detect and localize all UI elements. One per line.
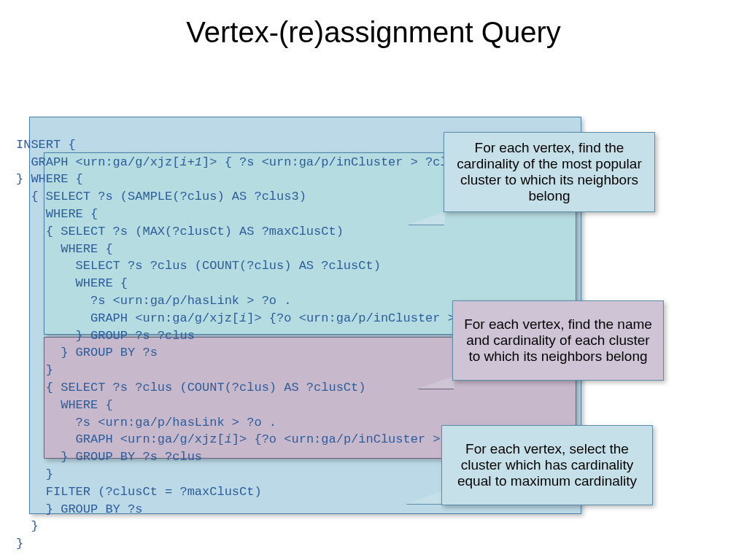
callout-max-cardinality: For each vertex, find the cardinality of… <box>444 132 655 212</box>
callout-tail-icon <box>406 491 443 504</box>
code-line: } <box>16 363 53 377</box>
code-line: WHERE { <box>16 242 113 256</box>
code-line: { SELECT ?s (MAX(?clusCt) AS ?maxClusCt) <box>16 225 344 238</box>
code-line: ?s <urn:ga/p/hasLink > ?o . <box>16 416 276 429</box>
callout-text: For each vertex, find the cardinality of… <box>453 140 646 204</box>
code-line: } GROUP BY ?s <box>16 346 158 359</box>
code-line: } GROUP BY ?s ?clus <box>16 450 202 464</box>
callout-tail-icon <box>409 211 445 225</box>
callout-tail-icon <box>418 376 454 389</box>
code-line: GRAPH <urn:ga/g/xjz[i+1]> { ?s <urn:ga/p… <box>16 155 485 169</box>
callout-text: For each vertex, select the cluster whic… <box>451 441 643 489</box>
callout-select-cluster: For each vertex, select the cluster whic… <box>441 425 653 505</box>
code-line: ?s <urn:ga/p/hasLink > ?o . <box>16 294 291 308</box>
code-line: INSERT { <box>16 138 76 152</box>
code-line: WHERE { <box>16 398 113 412</box>
code-line: } <box>16 537 23 551</box>
code-line: GRAPH <urn:ga/g/xjz[i]> {?o <urn:ga/p/in… <box>16 432 492 446</box>
code-line: } <box>16 519 39 533</box>
code-line: } <box>16 467 53 481</box>
code-line: WHERE { <box>16 276 128 290</box>
code-line: FILTER (?clusCt = ?maxClusCt) <box>16 485 262 499</box>
slide-title: Vertex-(re)assignment Query <box>0 0 747 55</box>
callout-name-cardinality: For each vertex, find the name and cardi… <box>452 300 664 381</box>
code-line: } WHERE { <box>16 172 83 186</box>
code-line: { SELECT ?s ?clus (COUNT(?clus) AS ?clus… <box>16 381 365 394</box>
code-line: { SELECT ?s (SAMPLE(?clus) AS ?clus3) <box>16 190 306 203</box>
callout-text: For each vertex, find the name and cardi… <box>462 316 654 365</box>
code-line: } GROUP BY ?s <box>16 502 142 516</box>
code-line: SELECT ?s ?clus (COUNT(?clus) AS ?clusCt… <box>16 259 381 273</box>
code-line: WHERE { <box>16 207 98 221</box>
code-line: GRAPH <urn:ga/g/xjz[i]> {?o <urn:ga/p/in… <box>16 311 507 325</box>
code-line: } GROUP ?s ?clus <box>16 329 195 343</box>
